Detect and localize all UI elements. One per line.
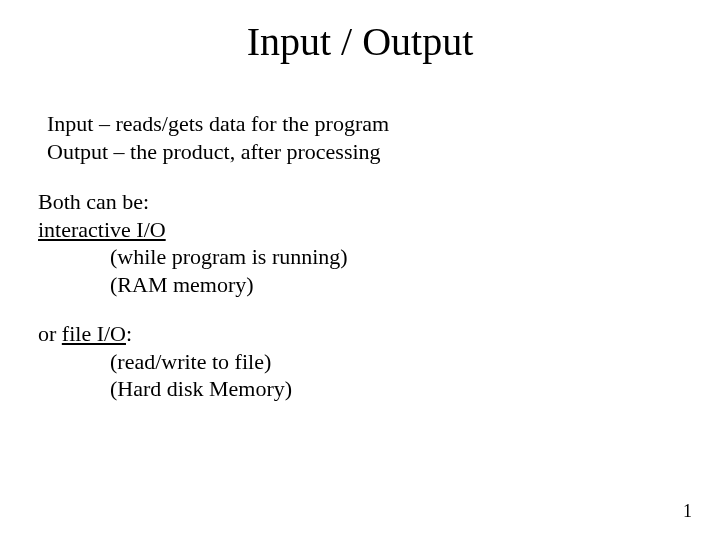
file-io-suffix: : xyxy=(126,321,132,346)
both-can-be-line: Both can be: xyxy=(38,188,348,216)
file-io-prefix: or xyxy=(38,321,62,346)
page-number: 1 xyxy=(683,501,692,522)
interactive-detail-1: (while program is running) xyxy=(38,243,348,271)
file-io-label: file I/O xyxy=(62,321,126,346)
interactive-io-block: Both can be: interactive I/O (while prog… xyxy=(38,188,348,298)
output-definition: Output – the product, after processing xyxy=(47,138,389,166)
input-definition: Input – reads/gets data for the program xyxy=(47,110,389,138)
file-detail-2: (Hard disk Memory) xyxy=(38,375,292,403)
file-detail-1: (read/write to file) xyxy=(38,348,292,376)
slide: Input / Output Input – reads/gets data f… xyxy=(0,0,720,540)
interactive-detail-2: (RAM memory) xyxy=(38,271,348,299)
slide-title: Input / Output xyxy=(0,18,720,65)
interactive-io-label: interactive I/O xyxy=(38,216,348,244)
definitions-block: Input – reads/gets data for the program … xyxy=(47,110,389,165)
file-io-block: or file I/O: (read/write to file) (Hard … xyxy=(38,320,292,403)
file-io-line: or file I/O: xyxy=(38,320,292,348)
